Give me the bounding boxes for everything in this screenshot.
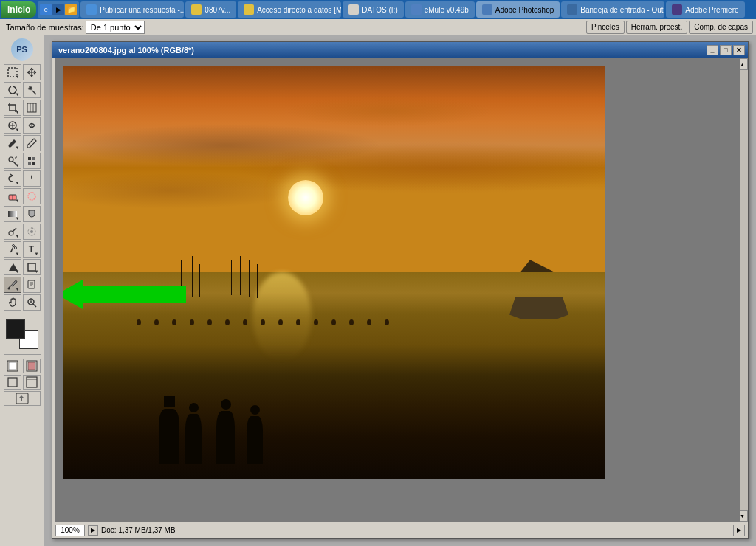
patch-tool[interactable] xyxy=(23,117,41,134)
pinceles-button[interactable]: Pinceles xyxy=(586,21,625,34)
folder-icon[interactable]: 📁 xyxy=(65,4,77,15)
tab-icon-0 xyxy=(86,4,97,15)
color-picker[interactable] xyxy=(6,319,38,349)
path-tools: ▼ ▼ xyxy=(4,259,41,275)
sun xyxy=(288,180,323,215)
canvas-area[interactable] xyxy=(55,58,740,522)
fill-tools: ▼ xyxy=(4,206,41,222)
selection-tools: ▼ xyxy=(4,64,41,80)
eraser-tools: ▼ xyxy=(4,188,41,204)
image-ready[interactable] xyxy=(4,391,41,406)
hand-tool[interactable] xyxy=(4,294,21,311)
tab-icon-ps xyxy=(482,4,492,15)
lasso-tool[interactable]: ▼ xyxy=(4,82,21,98)
svg-point-26 xyxy=(7,288,10,290)
art-history-brush[interactable] xyxy=(23,170,41,187)
eyedropper-tool[interactable]: ▼ xyxy=(4,277,21,293)
svg-rect-12 xyxy=(28,162,31,165)
path-select-tool[interactable]: ▼ xyxy=(4,259,21,275)
clouds-area xyxy=(63,66,605,293)
pattern-stamp-tool[interactable] xyxy=(23,153,41,169)
mast-6 xyxy=(224,264,224,297)
crop-tool[interactable]: ▼ xyxy=(4,100,21,116)
tab-icon-7 xyxy=(672,4,682,15)
healing-tools: ▼ xyxy=(4,117,41,134)
history-brush-tool[interactable]: ▼ xyxy=(4,170,21,187)
standard-mode[interactable] xyxy=(4,359,21,373)
svg-line-1 xyxy=(32,91,36,94)
svg-rect-10 xyxy=(28,157,31,160)
svg-rect-11 xyxy=(32,157,35,160)
minimize-button[interactable]: _ xyxy=(707,45,718,55)
taskbar-tab-2[interactable]: Acceso directo a datos [M] xyxy=(238,1,341,18)
taskbar-tab-7[interactable]: Adobe Premiere xyxy=(666,1,744,18)
history-tools: ▼ xyxy=(4,170,41,187)
svg-line-25 xyxy=(9,286,11,288)
blur-tool[interactable] xyxy=(23,224,41,240)
mast-9 xyxy=(249,260,250,297)
document-canvas xyxy=(63,66,605,479)
mast-8 xyxy=(240,256,241,295)
person-4-body xyxy=(247,416,263,464)
foreground-color[interactable] xyxy=(6,319,25,339)
comp-capas-button[interactable]: Comp. de capas xyxy=(689,21,753,34)
scroll-right-btn[interactable]: ▶ xyxy=(733,525,745,536)
marquee-tool[interactable]: ▼ xyxy=(4,64,21,80)
person-2-head xyxy=(189,403,199,412)
full-screen-menu[interactable] xyxy=(23,375,41,390)
standard-screen[interactable] xyxy=(4,375,21,390)
background-eraser[interactable] xyxy=(23,188,41,204)
magic-wand-tool[interactable] xyxy=(23,82,41,98)
taskbar-tab-4[interactable]: eMule v0.49b xyxy=(405,1,475,18)
taskbar-tab-6[interactable]: Bandeja de entrada - Outl... xyxy=(561,1,664,18)
taskbar-tab-1[interactable]: 0807v... xyxy=(185,1,236,18)
mast-5 xyxy=(216,256,216,294)
sample-size-select[interactable]: De 1 punto xyxy=(86,21,145,34)
media-icon[interactable]: ▶ xyxy=(52,4,64,15)
eraser-tool[interactable]: ▼ xyxy=(4,188,21,204)
svg-rect-13 xyxy=(32,162,35,165)
start-button[interactable]: Inicio xyxy=(1,1,36,18)
sample-size-label: Tamaño de muestras: xyxy=(6,23,84,32)
sample-tools: ▼ xyxy=(4,277,41,293)
zoom-arrow[interactable]: ▶ xyxy=(88,525,98,536)
taskbar-tab-3[interactable]: DATOS (I:) xyxy=(343,1,404,18)
taskbar-tab-0[interactable]: Publicar una respuesta -... xyxy=(80,1,184,18)
taskbar-tab-photoshop[interactable]: Adobe Photoshop xyxy=(476,1,560,18)
quick-mask-mode[interactable] xyxy=(23,359,41,373)
document-titlebar: verano200804.jpg al 100% (RGB/8*) _ □ ✕ xyxy=(52,42,748,58)
close-button[interactable]: ✕ xyxy=(733,45,745,55)
people-silhouettes xyxy=(159,396,263,464)
person-4-head xyxy=(250,405,260,415)
notes-tool[interactable] xyxy=(23,277,41,293)
tab-icon-6 xyxy=(567,4,577,15)
move-tool[interactable] xyxy=(23,64,41,80)
mast-7 xyxy=(231,260,232,295)
ie-icon[interactable]: e xyxy=(40,4,52,15)
tab-icon-4 xyxy=(411,4,422,15)
slice-tool[interactable] xyxy=(23,100,41,116)
person-3-head xyxy=(221,399,231,410)
taskbar: Inicio e ▶ 📁 Publicar una respuesta -...… xyxy=(0,0,756,19)
herram-button[interactable]: Herram. preest. xyxy=(626,21,687,34)
mast-3 xyxy=(199,264,200,297)
maximize-button[interactable]: □ xyxy=(720,45,732,55)
svg-rect-2 xyxy=(27,103,36,112)
brush-tool[interactable]: ▼ xyxy=(4,135,21,151)
pen-tool[interactable]: ▼ xyxy=(4,241,21,258)
gradient-tool[interactable]: ▼ xyxy=(4,206,21,222)
zoom-tool[interactable] xyxy=(23,294,41,311)
type-tool[interactable]: T ▼ xyxy=(23,241,41,258)
svg-point-18 xyxy=(9,231,13,235)
mast-2 xyxy=(192,256,193,297)
svg-point-21 xyxy=(30,230,33,233)
clone-stamp-tool[interactable]: ▼ xyxy=(4,153,21,169)
pencil-tool[interactable] xyxy=(23,135,41,151)
svg-point-23 xyxy=(14,247,16,249)
zoom-display[interactable]: 100% xyxy=(55,525,85,536)
healing-brush-tool[interactable]: ▼ xyxy=(4,117,21,134)
paint-bucket-tool[interactable] xyxy=(23,206,41,222)
shape-tool[interactable]: ▼ xyxy=(23,259,41,275)
mast-4 xyxy=(207,260,207,297)
dodge-tool[interactable]: ▼ xyxy=(4,224,21,240)
